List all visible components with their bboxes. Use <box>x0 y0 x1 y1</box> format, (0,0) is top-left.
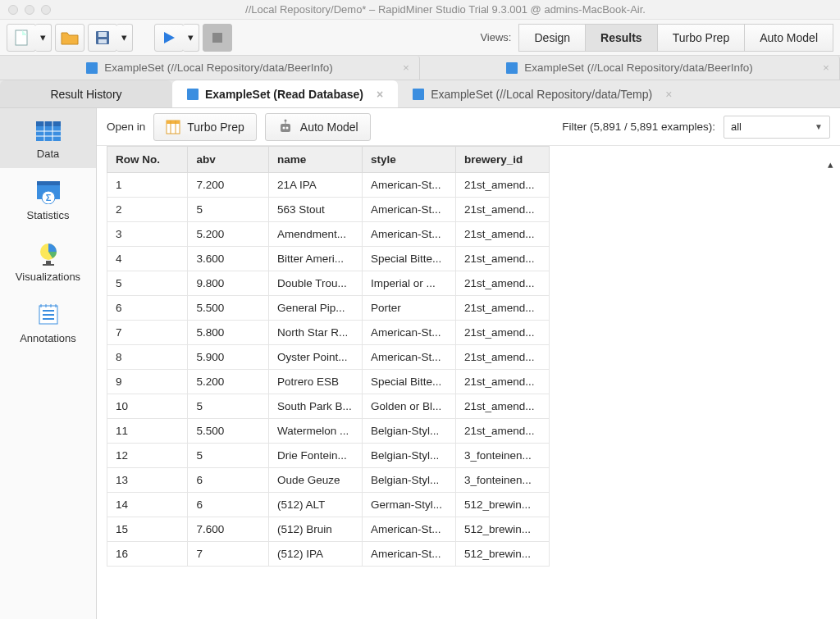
nav-label: Data <box>37 148 59 160</box>
maximize-window-icon[interactable] <box>41 5 51 15</box>
table-cell: 6 <box>188 493 268 517</box>
svg-text:Σ: Σ <box>45 193 51 203</box>
open-turbo-prep-button[interactable]: Turbo Prep <box>153 113 257 141</box>
file-tab-label: ExampleSet (//Local Repository/data/Beer… <box>104 61 332 74</box>
file-tab-beerinfo-2[interactable]: ExampleSet (//Local Repository/data/Beer… <box>420 56 840 80</box>
table-cell: Belgian-Styl... <box>362 419 455 444</box>
svg-point-35 <box>285 126 288 129</box>
dataset-icon <box>187 89 199 100</box>
svg-marker-6 <box>164 32 175 43</box>
table-cell: American-St... <box>362 222 455 247</box>
dataset-icon <box>86 62 98 74</box>
robot-icon <box>277 119 294 135</box>
table-cell: 21A IPA <box>268 173 362 198</box>
scroll-up-icon[interactable]: ▴ <box>824 157 837 171</box>
nav-statistics[interactable]: Σ Statistics <box>0 168 96 230</box>
svg-rect-7 <box>212 33 222 43</box>
table-row[interactable]: 35.200Amendment...American-St...21st_ame… <box>107 222 550 247</box>
table-row[interactable]: 65.500General Pip...Porter21st_amend... <box>107 296 550 321</box>
tab-result-history[interactable]: Result History <box>0 80 172 107</box>
table-cell: Porter <box>362 296 455 321</box>
svg-rect-15 <box>37 181 60 185</box>
table-row[interactable]: 105South Park B...Golden or Bl...21st_am… <box>107 394 550 419</box>
new-file-button[interactable] <box>7 24 36 52</box>
table-row[interactable]: 125Drie Fontein...Belgian-Styl...3_fonte… <box>107 444 550 468</box>
nav-visualizations[interactable]: Visualizations <box>0 230 96 291</box>
table-cell: 12 <box>107 444 188 468</box>
table-cell: 5.200 <box>188 370 268 394</box>
table-cell: Special Bitte... <box>362 247 455 271</box>
button-label: Auto Model <box>300 121 358 134</box>
table-cell: General Pip... <box>268 296 362 321</box>
tab-read-database[interactable]: ExampleSet (Read Database) × <box>172 80 398 107</box>
table-row[interactable]: 25563 StoutAmerican-St...21st_amend... <box>107 198 550 222</box>
nav-annotations[interactable]: Annotations <box>0 291 96 353</box>
close-icon[interactable]: × <box>403 61 409 74</box>
nav-label: Annotations <box>20 332 76 344</box>
run-button[interactable] <box>154 24 184 52</box>
table-row[interactable]: 85.900Oyster Point...American-St...21st_… <box>107 345 550 370</box>
nav-data[interactable]: Data <box>0 108 96 168</box>
svg-rect-18 <box>46 261 51 264</box>
open-in-label: Open in <box>107 121 145 133</box>
view-turbo-prep[interactable]: Turbo Prep <box>657 24 746 52</box>
open-auto-model-button[interactable]: Auto Model <box>265 113 371 141</box>
table-cell: 1 <box>107 173 188 198</box>
table-cell: 5 <box>188 198 268 222</box>
view-results[interactable]: Results <box>585 24 658 52</box>
table-cell: 563 Stout <box>268 198 362 222</box>
run-dropdown[interactable]: ▾ <box>183 24 199 52</box>
window-controls <box>0 5 51 15</box>
close-window-icon[interactable] <box>8 5 18 15</box>
content-panel: Open in Turbo Prep Auto Model Filter (5,… <box>97 108 840 619</box>
column-header[interactable]: style <box>362 147 455 173</box>
window-title: //Local Repository/Demo* – RapidMiner St… <box>51 3 840 16</box>
vertical-scrollbar[interactable]: ▴ <box>824 157 837 616</box>
table-cell: North Star R... <box>268 321 362 345</box>
svg-rect-19 <box>43 264 54 266</box>
svg-rect-30 <box>167 121 180 124</box>
table-row[interactable]: 59.800Double Trou...Imperial or ...21st_… <box>107 271 550 296</box>
titlebar: //Local Repository/Demo* – RapidMiner St… <box>0 0 840 20</box>
svg-point-34 <box>282 126 285 129</box>
table-row[interactable]: 136Oude GeuzeBelgian-Styl...3_fonteinen.… <box>107 468 550 493</box>
save-dropdown[interactable]: ▾ <box>116 24 133 52</box>
table-row[interactable]: 95.200Potrero ESBSpecial Bitte...21st_am… <box>107 370 550 394</box>
open-file-button[interactable] <box>55 24 84 52</box>
minimize-window-icon[interactable] <box>25 5 34 15</box>
close-icon[interactable]: × <box>377 88 383 101</box>
column-header[interactable]: name <box>268 147 362 173</box>
close-icon[interactable]: × <box>823 61 829 74</box>
table-row[interactable]: 17.20021A IPAAmerican-St...21st_amend... <box>107 173 550 198</box>
column-header[interactable]: brewery_id <box>455 147 549 173</box>
column-header[interactable]: Row No. <box>107 147 188 173</box>
save-icon <box>94 29 112 47</box>
table-row[interactable]: 43.600Bitter Ameri...Special Bitte...21s… <box>107 247 550 271</box>
new-file-dropdown[interactable]: ▾ <box>35 24 52 52</box>
chart-icon <box>34 241 62 266</box>
table-cell: 5.900 <box>188 345 268 370</box>
table-row[interactable]: 75.800North Star R...American-St...21st_… <box>107 321 550 345</box>
table-row[interactable]: 157.600(512) BruinAmerican-St...512_brew… <box>107 517 550 542</box>
svg-rect-9 <box>36 121 61 126</box>
column-header[interactable]: abv <box>188 147 268 173</box>
table-row[interactable]: 167(512) IPAAmerican-St...512_brewin... <box>107 542 550 567</box>
save-button[interactable] <box>88 24 117 52</box>
view-auto-model[interactable]: Auto Model <box>744 24 833 52</box>
table-cell: 21st_amend... <box>455 419 549 444</box>
table-cell: 11 <box>107 419 188 444</box>
table-cell: 10 <box>107 394 188 419</box>
view-design[interactable]: Design <box>518 24 586 52</box>
table-cell: (512) Bruin <box>268 517 362 542</box>
table-row[interactable]: 146(512) ALTGerman-Styl...512_brewin... <box>107 493 550 517</box>
close-icon[interactable]: × <box>665 88 672 101</box>
file-tab-beerinfo-1[interactable]: ExampleSet (//Local Repository/data/Beer… <box>0 56 420 80</box>
filter-select[interactable]: all ▼ <box>724 116 830 139</box>
table-cell: 5.500 <box>188 296 268 321</box>
svg-rect-0 <box>16 30 27 45</box>
table-cell: 6 <box>107 296 188 321</box>
stop-button[interactable] <box>203 24 232 52</box>
tab-temp[interactable]: ExampleSet (//Local Repository/data/Temp… <box>398 80 687 107</box>
table-cell: 8 <box>107 345 188 370</box>
table-row[interactable]: 115.500Watermelon ...Belgian-Styl...21st… <box>107 419 550 444</box>
